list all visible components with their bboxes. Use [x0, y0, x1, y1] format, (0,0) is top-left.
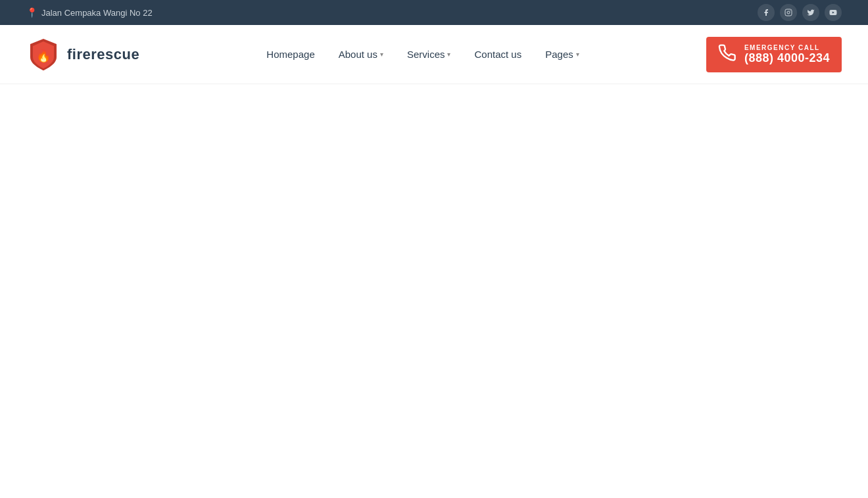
phone-icon — [718, 43, 736, 66]
logo[interactable]: 🔥 firerescue — [26, 37, 139, 72]
svg-point-2 — [790, 11, 791, 11]
logo-icon: 🔥 — [26, 37, 60, 72]
nav-item-services: Services ▾ — [397, 42, 462, 66]
nav-item-pages: Pages ▾ — [535, 42, 590, 66]
instagram-icon[interactable] — [780, 4, 797, 21]
svg-text:🔥: 🔥 — [36, 49, 51, 63]
nav-link-services[interactable]: Services ▾ — [397, 42, 462, 66]
emergency-text: EMERGENCY CALL (888) 4000-234 — [744, 44, 830, 65]
nav-item-homepage: Homepage — [256, 42, 325, 66]
pages-chevron-icon: ▾ — [576, 51, 579, 58]
main-navbar: 🔥 firerescue Homepage About us ▾ Service… — [0, 25, 868, 84]
main-content — [0, 84, 868, 492]
svg-rect-0 — [785, 9, 792, 16]
nav-link-pages[interactable]: Pages ▾ — [535, 42, 590, 66]
address-text: Jalan Cempaka Wangi No 22 — [41, 8, 153, 18]
emergency-label: EMERGENCY CALL — [744, 44, 830, 51]
nav-link-homepage[interactable]: Homepage — [256, 42, 325, 66]
emergency-block[interactable]: EMERGENCY CALL (888) 4000-234 — [706, 37, 842, 72]
nav-link-about[interactable]: About us ▾ — [328, 42, 394, 66]
nav-menu: Homepage About us ▾ Services ▾ Contact u… — [256, 42, 589, 66]
social-icons-group — [758, 4, 842, 21]
services-chevron-icon: ▾ — [447, 51, 450, 58]
location-icon: 📍 — [26, 7, 37, 18]
nav-item-about: About us ▾ — [328, 42, 394, 66]
address-bar: 📍 Jalan Cempaka Wangi No 22 — [26, 7, 153, 18]
nav-item-contact: Contact us — [464, 42, 532, 66]
youtube-icon[interactable] — [825, 4, 842, 21]
svg-point-1 — [787, 11, 790, 14]
top-bar: 📍 Jalan Cempaka Wangi No 22 — [0, 0, 868, 25]
twitter-icon[interactable] — [802, 4, 819, 21]
emergency-number: (888) 4000-234 — [744, 51, 830, 65]
logo-text: firerescue — [67, 46, 139, 63]
nav-link-contact[interactable]: Contact us — [464, 42, 532, 66]
about-chevron-icon: ▾ — [380, 51, 383, 58]
facebook-icon[interactable] — [758, 4, 775, 21]
